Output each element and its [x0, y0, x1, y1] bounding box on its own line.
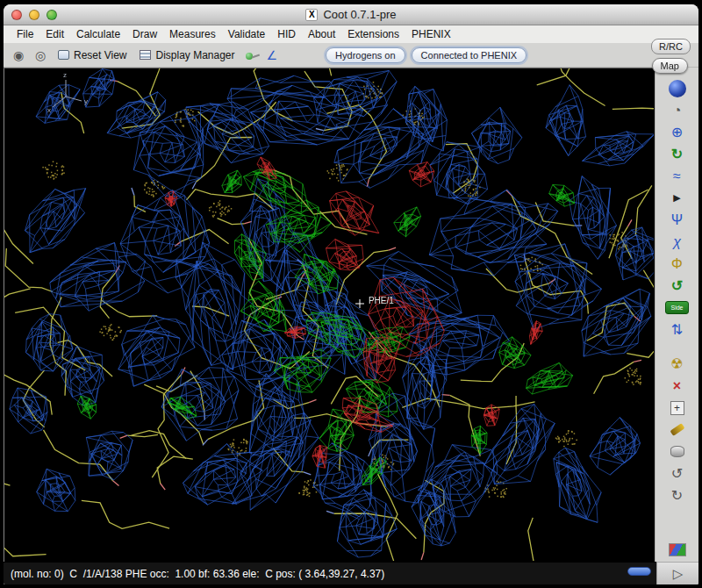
- add-alt-conf-icon[interactable]: +: [665, 398, 690, 418]
- radiation-icon[interactable]: ☢: [665, 354, 690, 374]
- titlebar: X Coot 0.7.1-pre: [4, 4, 698, 25]
- menu-hid[interactable]: HID: [271, 26, 302, 42]
- status-text: (mol. no: 0) C /1/A/138 PHE occ: 1.00 bf…: [11, 568, 384, 580]
- chain-icon[interactable]: ≈: [665, 166, 690, 186]
- residue-label: PHE/1: [369, 296, 394, 305]
- brush-icon[interactable]: [665, 419, 690, 440]
- chi-angles-icon[interactable]: χ: [665, 232, 690, 252]
- plus-glyph: +: [670, 401, 684, 415]
- coot-window: X Coot 0.7.1-pre File Edit Calculate Dra…: [0, 0, 702, 588]
- rrc-button[interactable]: R/RC: [651, 39, 691, 54]
- menu-measures[interactable]: Measures: [163, 26, 222, 42]
- rotate-icon[interactable]: ↻: [665, 144, 690, 164]
- window-inner: X Coot 0.7.1-pre File Edit Calculate Dra…: [4, 4, 698, 584]
- status-bar: (mol. no: 0) C /1/A/138 PHE occ: 1.00 bf…: [4, 562, 656, 584]
- reset-view-button[interactable]: Reset View: [54, 47, 130, 63]
- minimize-button[interactable]: [29, 10, 39, 20]
- menu-draw[interactable]: Draw: [126, 26, 163, 42]
- menu-file[interactable]: File: [11, 26, 39, 42]
- sphere-icon[interactable]: [665, 78, 690, 98]
- gl-canvas[interactable]: [4, 68, 654, 561]
- undo-icon[interactable]: ↺: [665, 463, 690, 484]
- measure-icon[interactable]: ∠: [267, 48, 278, 62]
- play-icon[interactable]: ▶: [665, 188, 690, 208]
- display-manager-button[interactable]: Display Manager: [136, 47, 238, 63]
- menu-extensions[interactable]: Extensions: [341, 26, 405, 42]
- menu-edit[interactable]: Edit: [39, 26, 70, 42]
- display-manager-label: Display Manager: [155, 49, 234, 61]
- toolbar: ◉ ◎ Reset View Display Manager ∠ Hydroge…: [4, 43, 698, 68]
- spin-button[interactable]: ▷: [656, 562, 698, 584]
- side-chain-flip-label: Side: [665, 301, 688, 314]
- menu-validate[interactable]: Validate: [222, 26, 271, 42]
- rotamer-icon[interactable]: Ψ: [665, 210, 690, 230]
- goto-atom-icon[interactable]: [245, 47, 261, 63]
- menu-about[interactable]: About: [302, 26, 341, 42]
- auto-fit-icon[interactable]: Φ: [665, 254, 690, 274]
- brush-glyph: [670, 423, 684, 436]
- horizontal-scrollbar-thumb[interactable]: [627, 567, 651, 576]
- reset-view-icon: [58, 50, 69, 60]
- main-area: PHE/1 ◔ ⊕ ↻ ≈ ▶ Ψ χ Φ ↺ Side ⇅ ☢ × +: [4, 68, 698, 562]
- eraser-icon[interactable]: [665, 441, 690, 462]
- edit-backbone-icon[interactable]: ⇅: [665, 319, 690, 340]
- side-chain-flip-icon[interactable]: Side: [665, 298, 690, 318]
- redo-icon[interactable]: ↻: [665, 485, 690, 506]
- reset-view-label: Reset View: [74, 49, 126, 61]
- map-button[interactable]: Map: [652, 58, 688, 74]
- menu-phenix[interactable]: PHENIX: [405, 26, 457, 42]
- zoom-button[interactable]: [47, 10, 57, 20]
- phenix-status-button[interactable]: Connected to PHENIX: [412, 47, 526, 63]
- bottom-bar: (mol. no: 0) C /1/A/138 PHE occ: 1.00 bf…: [4, 562, 698, 584]
- right-toolbar: ◔ ⊕ ↻ ≈ ▶ Ψ χ Φ ↺ Side ⇅ ☢ × + ↺ ↻: [655, 68, 698, 562]
- display-manager-icon: [140, 50, 151, 60]
- translate-icon[interactable]: ⊕: [665, 122, 690, 142]
- screenshot-icon[interactable]: [669, 543, 686, 556]
- window-title-area: X Coot 0.7.1-pre: [4, 4, 698, 25]
- hydrogens-toggle-button[interactable]: Hydrogens on: [326, 47, 405, 63]
- menubar: File Edit Calculate Draw Measures Valida…: [4, 25, 698, 43]
- sphere-glyph: [669, 80, 686, 97]
- x11-icon: X: [305, 9, 318, 21]
- clock-icon[interactable]: ◔: [665, 100, 690, 120]
- close-button[interactable]: [11, 10, 22, 20]
- flip-peptide-icon[interactable]: ↺: [665, 276, 690, 296]
- gl-viewport: PHE/1: [4, 68, 655, 562]
- mode-a-icon[interactable]: ◉: [11, 47, 26, 63]
- menu-calculate[interactable]: Calculate: [70, 26, 126, 42]
- traffic-lights: [11, 10, 57, 20]
- window-title: Coot 0.7.1-pre: [323, 8, 396, 21]
- cylinder-glyph: [670, 446, 684, 457]
- mode-b-icon[interactable]: ◎: [32, 47, 48, 63]
- mutate-icon[interactable]: ×: [665, 376, 690, 396]
